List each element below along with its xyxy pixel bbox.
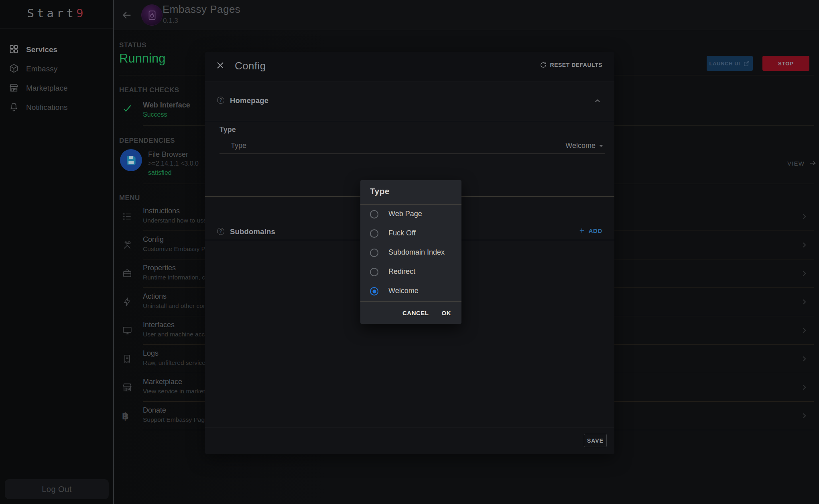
- field-underline: [219, 154, 605, 154]
- chevron-right-icon: [800, 212, 809, 223]
- sidebar: Start9 Services Embassy Marketplace Noti…: [0, 0, 114, 504]
- menu-item-title: Instructions: [143, 207, 180, 215]
- list-icon: [122, 211, 132, 223]
- radio-icon[interactable]: [370, 287, 378, 296]
- add-subdomain-button[interactable]: ADD: [578, 227, 602, 234]
- view-dependency-link[interactable]: VIEW: [787, 159, 817, 167]
- radio-option-label: Welcome: [388, 287, 419, 295]
- reset-defaults-label: RESET DEFAULTS: [550, 62, 602, 68]
- save-button[interactable]: SAVE: [584, 434, 607, 447]
- radio-option-label: Subdomain Index: [388, 248, 445, 257]
- menu-heading: MENU: [119, 194, 140, 202]
- menu-item-title: Logs: [143, 349, 159, 358]
- health-checks-heading: HEALTH CHECKS: [119, 86, 179, 94]
- menu-item-subtitle: Support Embassy Pages: [143, 416, 211, 423]
- sidebar-item-notifications[interactable]: Notifications: [0, 98, 113, 117]
- caret-down-icon: [599, 145, 603, 147]
- config-modal-title: Config: [235, 60, 266, 72]
- help-icon[interactable]: ?: [217, 228, 224, 235]
- radio-option-welcome[interactable]: Welcome: [360, 282, 461, 301]
- chevron-right-icon: [800, 269, 809, 279]
- reset-defaults-button[interactable]: RESET DEFAULTS: [540, 61, 602, 69]
- section-title: Subdomains: [230, 227, 275, 236]
- checkmark-icon: [122, 103, 132, 115]
- config-modal-header: Config RESET DEFAULTS: [205, 52, 614, 81]
- arrow-right-icon: [809, 159, 817, 167]
- sidebar-item-marketplace[interactable]: Marketplace: [0, 79, 113, 98]
- sidebar-item-label: Notifications: [26, 103, 68, 112]
- radio-icon[interactable]: [370, 229, 378, 238]
- chevron-right-icon: [800, 354, 809, 365]
- divider: [205, 121, 614, 121]
- back-button[interactable]: [121, 10, 132, 21]
- radio-option-fuck-off[interactable]: Fuck Off: [360, 224, 461, 243]
- type-field-select[interactable]: Welcome: [565, 142, 603, 150]
- logout-button[interactable]: Log Out: [5, 479, 109, 499]
- logo-text: Start: [27, 6, 76, 20]
- sidebar-nav: Services Embassy Marketplace Notificatio…: [0, 40, 113, 117]
- menu-item-title: Actions: [143, 292, 167, 301]
- section-title: Homepage: [230, 96, 268, 105]
- dependency-status: satisfied: [148, 169, 172, 176]
- radio-option-subdomain-index[interactable]: Subdomain Index: [360, 243, 461, 263]
- start9-logo: Start9: [0, 6, 113, 20]
- embassy-pages-app-icon: [141, 4, 163, 26]
- logo-accent: 9: [76, 6, 86, 20]
- app-toolbar: Embassy Pages 0.1.3: [114, 0, 819, 30]
- page-title: Embassy Pages: [163, 3, 240, 16]
- storefront-icon: [9, 83, 19, 94]
- launch-ui-button[interactable]: LAUNCH UI: [707, 56, 753, 71]
- sidebar-item-services[interactable]: Services: [0, 40, 113, 59]
- health-check-result: Success: [143, 111, 167, 118]
- help-icon[interactable]: ?: [217, 97, 224, 104]
- screen: Start9 Services Embassy Marketplace Noti…: [0, 0, 819, 504]
- chevron-right-icon: [800, 383, 809, 393]
- briefcase-icon: [122, 268, 132, 280]
- menu-item-title: Donate: [143, 406, 166, 415]
- radio-option-redirect[interactable]: Redirect: [360, 263, 461, 282]
- storefront-icon: [122, 382, 132, 394]
- type-dialog-title: Type: [370, 186, 390, 196]
- bitcoin-icon: ฿: [122, 411, 129, 422]
- plus-icon: [578, 227, 585, 234]
- menu-item-title: Config: [143, 235, 164, 244]
- ok-button[interactable]: OK: [442, 310, 451, 316]
- close-icon[interactable]: [215, 61, 228, 73]
- config-modal-footer: SAVE: [205, 427, 614, 454]
- chevron-right-icon: [800, 298, 809, 308]
- chevron-right-icon: [800, 326, 809, 336]
- sidebar-item-embassy[interactable]: Embassy: [0, 59, 113, 79]
- dependency-name: File Browser: [148, 150, 188, 159]
- dependencies-heading: DEPENDENCIES: [119, 137, 175, 145]
- status-heading: STATUS: [119, 41, 146, 49]
- launch-ui-label: LAUNCH UI: [709, 61, 740, 67]
- sidebar-item-label: Marketplace: [26, 84, 68, 93]
- chevron-up-icon[interactable]: [593, 97, 602, 107]
- monitor-icon: [122, 325, 132, 337]
- stop-button[interactable]: STOP: [762, 56, 809, 71]
- radio-icon[interactable]: [370, 210, 378, 219]
- health-check-name: Web Interface: [143, 101, 190, 109]
- cancel-button[interactable]: CANCEL: [402, 310, 429, 316]
- external-link-icon: [743, 60, 750, 67]
- radio-icon[interactable]: [370, 249, 378, 257]
- radio-option-web-page[interactable]: Web Page: [360, 205, 461, 224]
- radio-icon[interactable]: [370, 268, 378, 276]
- radio-option-label: Web Page: [388, 210, 422, 218]
- grid-icon: [9, 44, 19, 56]
- refresh-icon: [540, 61, 547, 69]
- radio-option-label: Fuck Off: [388, 229, 416, 237]
- chevron-right-icon: [800, 411, 809, 422]
- dialog-buttons: CANCEL OK: [360, 302, 461, 324]
- type-group-label: Type: [219, 125, 236, 134]
- receipt-icon: [122, 354, 132, 366]
- type-field-label: Type: [231, 142, 246, 150]
- type-dialog: Type Web Page Fuck Off Subdomain Index R…: [360, 180, 461, 324]
- lightning-icon: [122, 297, 132, 309]
- file-browser-icon: [120, 149, 142, 171]
- bell-icon: [9, 102, 19, 113]
- chevron-right-icon: [800, 241, 809, 251]
- homepage-section-header[interactable]: ? Homepage: [205, 93, 614, 109]
- dependency-version: >=2.14.1.1 <3.0.0: [148, 160, 199, 167]
- menu-item-title: Interfaces: [143, 321, 175, 329]
